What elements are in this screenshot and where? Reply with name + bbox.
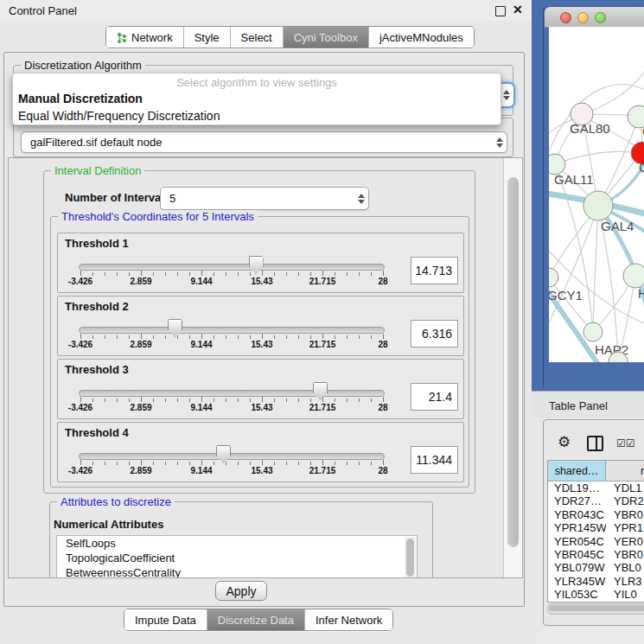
slider-tick [371,462,372,465]
slider-thumb[interactable] [313,382,328,400]
split-columns-icon[interactable] [587,436,603,451]
network-node-gal4[interactable] [583,191,613,220]
table-row[interactable]: YDR27…YDR2 [548,494,644,507]
slider-track[interactable] [79,453,385,460]
slider-thumb[interactable] [216,445,231,463]
table-cell[interactable]: YBL0 [606,561,644,574]
tab-impute-data[interactable]: Impute Data [124,609,207,630]
table-cell[interactable]: YER054C [548,535,606,548]
slider-tick-label: 28 [378,466,387,475]
slider-tick [250,462,251,465]
table-row[interactable]: YBR045CYBR0 [548,548,644,561]
dropdown-item-equal-width-frequency-discretization[interactable]: Equal Width/Frequency Discretization [13,107,501,124]
threshold-value-field[interactable]: 6.316 [411,320,458,348]
table-cell[interactable]: YBR0 [606,548,644,561]
node-label: GCY1 [549,288,583,303]
threshold-value-field[interactable]: 11.344 [411,446,458,474]
main-scrollbar[interactable] [503,158,523,577]
table-hscrollbar-thumb[interactable] [549,605,644,611]
numerical-attributes-list[interactable]: SelfLoopsTopologicalCoefficientBetweenne… [56,535,418,578]
float-window-icon[interactable] [495,6,506,16]
table-row[interactable]: YDL19…YDL1 [548,481,644,494]
table-hscrollbar[interactable] [547,603,644,615]
slider-tick [359,399,360,402]
table-cell[interactable]: YBR043C [548,508,606,521]
tab-cyni-toolbox[interactable]: Cyni Toolbox [284,27,369,48]
attribute-item-betweennesscentrality[interactable]: BetweennessCentrality [57,565,417,578]
slider-thumb[interactable] [168,319,182,337]
tab-style[interactable]: Style [184,27,231,48]
slider-tick [310,462,311,465]
table-cell[interactable]: YBR045C [548,548,606,561]
slider-thumb[interactable] [249,256,264,274]
number-of-intervals-combobox[interactable]: 5 [160,187,369,210]
slider-tick-label: -3.426 [68,403,92,412]
table-cell[interactable]: YDL19… [548,481,606,494]
tab-select[interactable]: Select [231,27,284,48]
slider-tick-label: 9.144 [190,403,212,412]
table-row[interactable]: YPR145WYPR1 [548,521,644,534]
select-checks-icon[interactable]: ☑☑ [616,437,635,450]
combo-stepper-icon [500,90,513,100]
slider-tick [141,397,142,402]
table-row[interactable]: YBR043CYBR0 [548,508,644,521]
slider-tick [226,272,226,276]
list-scrollbar-thumb[interactable] [406,539,414,577]
network-node-hap2[interactable] [583,322,603,341]
apply-button[interactable]: Apply [215,581,267,601]
column-header-1[interactable]: shared… [548,461,606,481]
column-header-2[interactable]: na [606,461,644,481]
slider-track[interactable] [79,390,385,397]
slider-tick [250,335,251,339]
minimize-traffic-light[interactable] [577,12,589,23]
dropdown-item-manual-discretization[interactable]: Manual Discretization [13,90,501,107]
table-cell[interactable]: YLR3 [606,575,644,588]
slider-tick [153,272,154,276]
network-node-gcy1[interactable] [549,268,558,287]
slider-tick [92,335,93,339]
attribute-item-selfloops[interactable]: SelfLoops [57,536,417,551]
list-scrollbar[interactable] [405,537,416,578]
table-cell[interactable]: YLR345W [548,575,606,588]
slider-track[interactable] [79,264,385,271]
table-cell[interactable]: YER0 [606,535,644,548]
table-cell[interactable]: YBR0 [606,508,644,521]
network-edge[interactable] [593,206,598,332]
table-cell[interactable]: YPR1 [606,521,644,534]
table-row[interactable]: YIL053CYIL0 [548,588,644,601]
network-window-titlebar[interactable] [545,7,644,28]
threshold-value-field[interactable]: 14.713 [411,257,458,284]
close-icon[interactable]: ✕ [513,3,523,16]
zoom-traffic-light[interactable] [595,12,606,23]
tab-network[interactable]: Network [106,27,184,48]
tab-discretize-data[interactable]: Discretize Data [207,609,305,630]
slider-tick [347,462,348,465]
table-row[interactable]: YLR345WYLR3 [548,575,644,588]
slider-tick [189,399,190,402]
slider-track[interactable] [79,327,385,334]
table-cell[interactable]: YDR27… [548,494,606,507]
table-cell[interactable]: YPR145W [548,521,606,534]
network-edge[interactable] [555,151,642,164]
network-node-h[interactable] [623,264,644,288]
table-panel-title: Table Panel [549,399,608,412]
tab-jactivemnodules[interactable]: jActiveMNodules [369,27,474,48]
gear-icon[interactable]: ⚙ [558,435,571,450]
close-traffic-light[interactable] [560,12,571,23]
network-canvas[interactable]: GAL80GCGAL11GAL4GCY1HHAP2 [549,27,644,362]
attribute-item-topologicalcoefficient[interactable]: TopologicalCoefficient [57,551,417,565]
table-cell[interactable]: YDR2 [606,494,644,507]
node-attribute-table[interactable]: shared…naYDL19…YDL1YDR27…YDR2YBR043CYBR0… [547,460,644,603]
tab-infer-network[interactable]: Infer Network [305,609,392,630]
slider-tick [286,335,287,339]
table-cell[interactable]: YDL1 [606,481,644,494]
slider-tick [129,462,130,465]
table-cell[interactable]: YBL079W [548,561,606,574]
table-data-combobox[interactable]: galFiltered.sif default node [21,131,507,153]
table-cell[interactable]: YIL053C [548,588,606,601]
table-cell[interactable]: YIL0 [606,588,644,601]
table-row[interactable]: YER054CYER0 [548,535,644,548]
table-row[interactable]: YBL079WYBL0 [548,561,644,574]
threshold-value-field[interactable]: 21.4 [411,383,458,411]
main-scrollbar-thumb[interactable] [507,177,519,547]
